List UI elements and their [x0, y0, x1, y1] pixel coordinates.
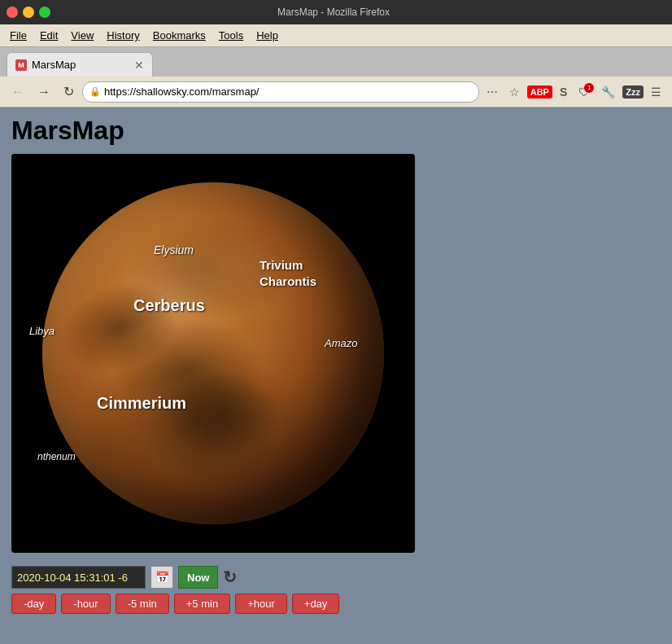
mars-container: Elysium Trivium Charontis Cerberus Libya… — [11, 154, 661, 614]
minus-hour-button[interactable]: -hour — [61, 594, 110, 614]
url-bar-container: 🔒 — [82, 81, 479, 103]
bookmark-star-button[interactable]: ☆ — [505, 83, 524, 101]
datetime-input[interactable] — [11, 566, 146, 589]
menu-edit[interactable]: Edit — [33, 28, 64, 43]
active-tab[interactable]: M MarsMap ✕ — [7, 52, 153, 77]
reload-button[interactable]: ↻ — [59, 81, 79, 103]
extension-sleep-button[interactable]: Zzz — [622, 85, 644, 99]
tab-close-button[interactable]: ✕ — [134, 59, 144, 71]
security-icon: 🔒 — [89, 86, 101, 97]
window-controls — [7, 7, 50, 18]
minus-5min-button[interactable]: -5 min — [116, 594, 169, 614]
right-panel — [423, 154, 661, 614]
extension-s-button[interactable]: S — [556, 83, 571, 101]
tab-title: MarsMap — [32, 59, 76, 71]
mars-image-box: Elysium Trivium Charontis Cerberus Libya… — [11, 154, 415, 553]
now-button[interactable]: Now — [178, 566, 218, 589]
url-input[interactable] — [104, 85, 472, 98]
menu-help[interactable]: Help — [250, 28, 285, 43]
menu-file[interactable]: File — [3, 28, 33, 43]
tab-favicon: M — [15, 59, 27, 71]
back-button[interactable]: ← — [7, 81, 29, 103]
plus-5min-button[interactable]: +5 min — [174, 594, 230, 614]
controls-area: 📅 Now ↻ -day -hour -5 min +5 min +hour +… — [11, 566, 415, 614]
forward-button[interactable]: → — [33, 81, 55, 103]
page-content: MarsMap Elysium Trivium Charon — [0, 107, 672, 644]
maximize-window-button[interactable] — [39, 7, 50, 18]
minus-day-button[interactable]: -day — [11, 594, 56, 614]
menu-bar: File Edit View History Bookmarks Tools H… — [0, 24, 672, 47]
time-nav-row: -day -hour -5 min +5 min +hour +day — [11, 594, 415, 614]
more-options-button[interactable]: ⋯ — [482, 83, 502, 101]
hamburger-menu-button[interactable]: ☰ — [647, 83, 665, 101]
toolbar-right: ⋯ ☆ ABP S 🛡 1 🔧 Zzz ☰ — [482, 83, 665, 101]
notification-badge: 1 — [584, 83, 594, 93]
browser-chrome: MarsMap - Mozilla Firefox File Edit View… — [0, 0, 672, 107]
window-title: MarsMap - Mozilla Firefox — [50, 7, 617, 18]
menu-bookmarks[interactable]: Bookmarks — [146, 28, 212, 43]
region-label-nthenum: nthenum — [37, 451, 76, 462]
datetime-row: 📅 Now ↻ — [11, 566, 415, 589]
title-bar: MarsMap - Mozilla Firefox — [0, 0, 672, 24]
tab-bar: M MarsMap ✕ — [0, 47, 672, 77]
mars-sphere — [42, 182, 384, 524]
adblock-button[interactable]: ABP — [527, 85, 552, 99]
toolbar: ← → ↻ 🔒 ⋯ ☆ ABP S 🛡 1 🔧 Zzz ☰ — [0, 77, 672, 107]
close-window-button[interactable] — [7, 7, 18, 18]
calendar-button[interactable]: 📅 — [151, 566, 173, 589]
menu-tools[interactable]: Tools — [212, 28, 250, 43]
extension-shield-button[interactable]: 🛡 1 — [574, 83, 594, 101]
plus-hour-button[interactable]: +hour — [235, 594, 287, 614]
extension-tool-button[interactable]: 🔧 — [597, 83, 619, 101]
minimize-window-button[interactable] — [23, 7, 34, 18]
refresh-button[interactable]: ↻ — [223, 567, 237, 587]
page-title: MarsMap — [11, 116, 661, 146]
menu-view[interactable]: View — [64, 28, 100, 43]
plus-day-button[interactable]: +day — [292, 594, 340, 614]
menu-history[interactable]: History — [100, 28, 146, 43]
